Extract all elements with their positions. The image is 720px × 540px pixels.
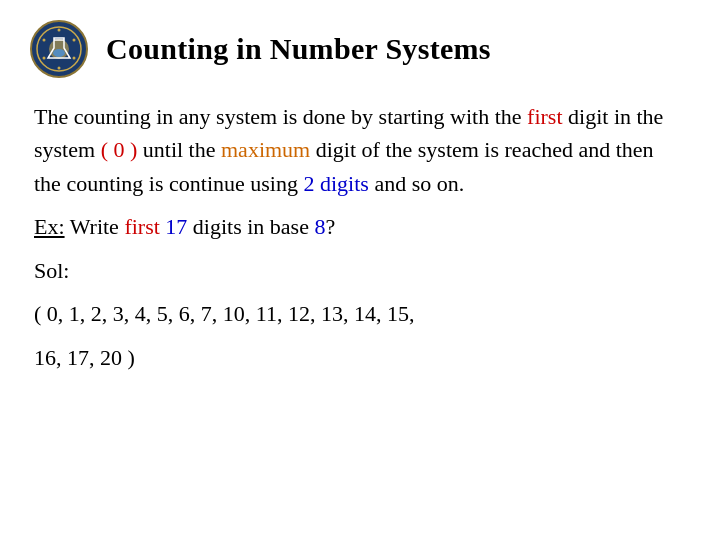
- university-logo: [30, 20, 88, 78]
- ex-label: Ex:: [34, 214, 65, 239]
- sol-label: Sol:: [34, 258, 69, 283]
- main-content: The counting in any system is done by st…: [20, 100, 690, 374]
- svg-point-10: [58, 67, 61, 70]
- intro-paragraph: The counting in any system is done by st…: [34, 100, 676, 200]
- two-digits-keyword: 2 digits: [303, 171, 368, 196]
- svg-point-3: [53, 49, 65, 57]
- svg-point-7: [43, 57, 46, 60]
- svg-point-6: [73, 39, 76, 42]
- sol-label-line: Sol:: [34, 254, 676, 287]
- ex-number: 17: [165, 214, 187, 239]
- svg-point-5: [43, 39, 46, 42]
- answer-line1: ( 0, 1, 2, 3, 4, 5, 6, 7, 10, 11, 12, 13…: [34, 297, 676, 330]
- svg-point-8: [73, 57, 76, 60]
- maximum-keyword: maximum: [221, 137, 310, 162]
- example-line: Ex: Write first 17 digits in base 8?: [34, 210, 676, 243]
- page-title: Counting in Number Systems: [106, 32, 491, 66]
- ex-first: first: [124, 214, 159, 239]
- ex-base: 8: [314, 214, 325, 239]
- zero-digit: ( 0 ): [101, 137, 138, 162]
- page: Counting in Number Systems The counting …: [0, 0, 720, 540]
- answer-line2: 16, 17, 20 ): [34, 341, 676, 374]
- svg-point-9: [58, 29, 61, 32]
- header: Counting in Number Systems: [20, 20, 690, 78]
- first-keyword: first: [527, 104, 562, 129]
